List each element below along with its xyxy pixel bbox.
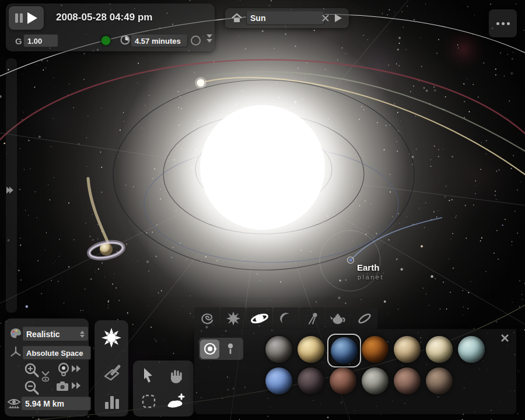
- tab-ring[interactable]: [352, 307, 377, 329]
- picker-item-jupiter[interactable]: [391, 334, 423, 365]
- close-picker-icon[interactable]: [501, 334, 509, 342]
- view-distance-value: 5.94 M km: [25, 399, 64, 408]
- uranus-thumb: [458, 336, 485, 363]
- reference-frame-select[interactable]: Absolute Space: [22, 346, 91, 360]
- pan-hand-tool[interactable]: [168, 368, 183, 384]
- moon-icon: [278, 311, 293, 326]
- moon-dark-thumb: [298, 368, 324, 394]
- ring-icon: [356, 310, 373, 327]
- ringed-planet-icon: [250, 311, 269, 326]
- placement-mode-group: [199, 338, 243, 360]
- time-control-panel: 2008-05-28 04:49 pm G 1.00 4.57 minutes: [6, 4, 215, 51]
- camera-button[interactable]: [56, 381, 70, 391]
- star-brightness-tool[interactable]: [100, 326, 123, 349]
- view-distance-icon: [7, 397, 21, 411]
- view-settings-panel: Realistic Absolute Space: [5, 318, 89, 416]
- collapse-panel-button[interactable]: [205, 34, 214, 46]
- simulation-datetime: 2008-05-28 04:49 pm: [56, 12, 152, 23]
- body-type-tabs: [194, 307, 377, 329]
- paint-tool[interactable]: [102, 362, 122, 382]
- select-spinner-icon[interactable]: [80, 331, 85, 338]
- picker-item-mars[interactable]: [359, 334, 391, 365]
- loop-toggle-icon[interactable]: [191, 36, 201, 46]
- moon-red-thumb: [330, 368, 356, 394]
- axes-icon: [9, 345, 22, 358]
- follow-object-button[interactable]: [56, 362, 71, 377]
- home-icon[interactable]: [231, 13, 243, 23]
- universe-sandbox-app: { "topbar": { "datetime": "2008-05-28 04…: [0, 0, 525, 420]
- gravity-label: G: [15, 36, 22, 46]
- orbit-placement-button[interactable]: [200, 340, 219, 359]
- picker-item-mercury[interactable]: [263, 334, 295, 365]
- tab-galaxy[interactable]: [194, 307, 220, 329]
- zoom-out-button[interactable]: [23, 379, 41, 397]
- saturn-body[interactable]: [88, 178, 125, 261]
- teapot-icon: [330, 312, 347, 326]
- zoom-in-button[interactable]: [23, 362, 41, 379]
- tab-planet[interactable]: [247, 307, 272, 329]
- view-mode-value: Realistic: [26, 330, 60, 339]
- picker-item-earth[interactable]: [327, 334, 361, 368]
- earth-trail: [351, 218, 442, 260]
- tools-panel: [94, 320, 128, 416]
- moon-brown-thumb: [426, 368, 453, 394]
- comet-icon: [304, 311, 320, 326]
- saturn-thumb: [426, 336, 453, 363]
- pause-button[interactable]: [15, 13, 23, 23]
- venus-thumb: [298, 336, 324, 363]
- orbit-placement-icon: [202, 341, 218, 356]
- moon-pink-thumb: [394, 368, 421, 394]
- picker-item-neptune[interactable]: [263, 365, 295, 397]
- picker-item-moon-dark[interactable]: [295, 365, 327, 397]
- expand-sidebar-icon[interactable]: [6, 187, 13, 194]
- time-slider-handle[interactable]: [101, 36, 111, 46]
- cursor-tools-panel: [133, 360, 194, 416]
- timestep-input[interactable]: 4.57 minutes: [131, 34, 188, 47]
- sun-body[interactable]: [200, 105, 325, 230]
- fast-forward-icon-2[interactable]: [71, 382, 82, 390]
- search-panel: [225, 8, 349, 28]
- picker-item-moon-pink[interactable]: [391, 365, 423, 397]
- chart-tool[interactable]: [104, 394, 120, 410]
- picker-item-uranus[interactable]: [456, 334, 487, 365]
- mercury-thumb: [265, 336, 292, 363]
- box-select-tool[interactable]: [142, 394, 156, 408]
- search-input[interactable]: [246, 11, 324, 25]
- picker-item-moon-red[interactable]: [327, 365, 359, 397]
- picker-item-moon-brown[interactable]: [424, 365, 455, 397]
- play-pause-group: [9, 6, 44, 30]
- fast-forward-icon[interactable]: [71, 365, 82, 373]
- planet-picker-panel: [194, 329, 516, 414]
- palette-icon: [9, 327, 22, 340]
- picker-item-venus[interactable]: [295, 334, 327, 365]
- ellipsis-menu-icon: [496, 22, 499, 25]
- play-button[interactable]: [27, 12, 37, 24]
- timestep-clock-icon: [120, 35, 130, 45]
- main-menu-button[interactable]: [489, 9, 517, 37]
- view-mode-select[interactable]: Realistic: [22, 327, 89, 341]
- go-to-body-button[interactable]: [335, 14, 342, 22]
- selected-body-type: planet: [358, 274, 384, 281]
- tab-comet[interactable]: [299, 307, 325, 329]
- picker-item-moon-gray[interactable]: [359, 365, 391, 397]
- pin-placement-icon: [223, 341, 238, 356]
- pin-placement-button[interactable]: [220, 340, 240, 359]
- reference-frame-value: Absolute Space: [26, 349, 83, 358]
- tab-human-object[interactable]: [326, 307, 351, 329]
- picker-item-saturn[interactable]: [424, 334, 455, 365]
- select-cursor-tool[interactable]: [141, 368, 155, 384]
- jupiter-thumb: [394, 336, 421, 363]
- add-body-tool[interactable]: [166, 392, 186, 411]
- neptune-thumb: [265, 368, 292, 394]
- view-distance-input[interactable]: 5.94 M km: [21, 397, 91, 411]
- saturn-trail: [88, 178, 108, 244]
- inner-planet-body[interactable]: [195, 77, 206, 89]
- gravity-input[interactable]: 1.00: [23, 34, 58, 47]
- moon-gray-thumb: [362, 368, 388, 394]
- collapsed-sidebar[interactable]: [6, 58, 17, 313]
- clear-search-icon[interactable]: [322, 15, 329, 22]
- tab-star[interactable]: [220, 307, 246, 329]
- earth-thumb: [331, 337, 358, 364]
- look-at-icon[interactable]: [40, 370, 51, 384]
- tab-moon[interactable]: [273, 307, 299, 329]
